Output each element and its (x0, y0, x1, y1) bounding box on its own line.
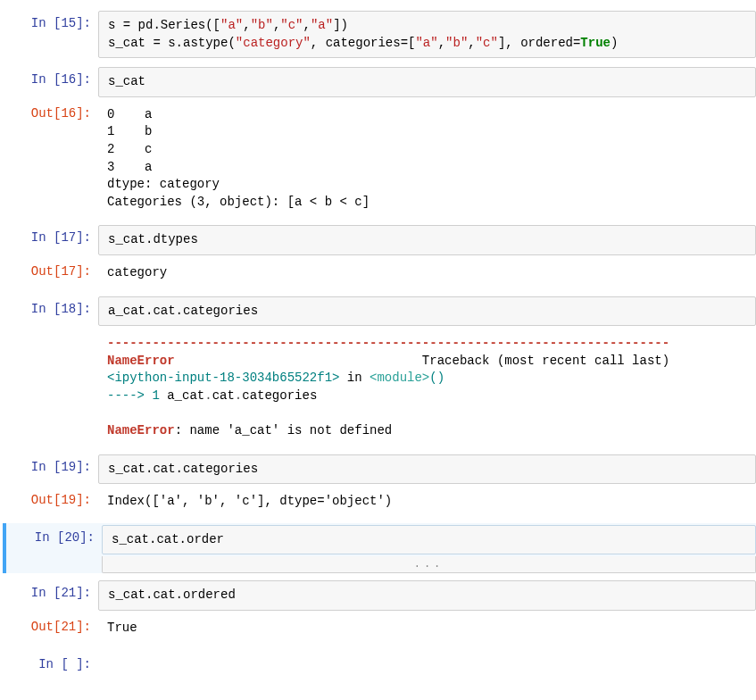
trace-label: Traceback (most recent call last) (175, 354, 670, 368)
in-text: in (339, 371, 370, 385)
dot: . (204, 388, 212, 403)
notebook: In [15]: s = pd.Series(["a","b","c","a"]… (0, 0, 756, 688)
cell-in-18: In [18]: a_cat.cat.categories (4, 295, 756, 329)
prompt-in-20: In [20]: (7, 525, 102, 550)
code-input-15[interactable]: s = pd.Series(["a","b","c","a"]) s_cat =… (98, 11, 756, 58)
output-19: Index(['a', 'b', 'c'], dtype='object') (98, 488, 756, 516)
prompt-in-17: In [17]: (4, 225, 98, 250)
paren: ) (611, 36, 618, 50)
str: "a" (311, 18, 333, 32)
comma: , (243, 18, 250, 32)
error-msg: : name 'a_cat' is not defined (175, 423, 393, 438)
code: cat (212, 388, 235, 403)
prompt-in-15: In [15]: (4, 11, 98, 36)
code-text: s_cat = s.astype( (108, 36, 236, 50)
str: "a" (220, 18, 243, 32)
prompt-out-16: Out[16]: (4, 101, 98, 126)
output-17: category (98, 259, 756, 288)
str: "c" (280, 18, 303, 32)
code-input-17[interactable]: s_cat.dtypes (98, 225, 756, 255)
paren: () (429, 371, 444, 385)
traceback-18: ----------------------------------------… (98, 329, 756, 446)
dashes: ----------------------------------------… (107, 336, 669, 350)
code: categories (242, 388, 317, 403)
code-input-21[interactable]: s_cat.cat.ordered (98, 580, 756, 611)
comma: , (303, 18, 311, 32)
code-input-20[interactable]: s_cat.cat.order (102, 525, 756, 555)
cell-out-17: Out[17]: category (4, 257, 756, 289)
code-input-16[interactable]: s_cat (98, 67, 756, 97)
code-input-19[interactable]: s_cat.cat.categories (98, 454, 756, 485)
comma: , (468, 36, 475, 50)
str: "a" (415, 36, 437, 50)
module-ref: <module> (370, 371, 429, 385)
cell-in-16: In [16]: s_cat (4, 65, 756, 99)
output-collapsed-20[interactable]: ... (102, 556, 756, 573)
prompt-in-18: In [18]: (4, 296, 98, 321)
prompt-empty (4, 329, 98, 340)
prompt-in-21: In [21]: (4, 580, 98, 605)
cell-in-15: In [15]: s = pd.Series(["a","b","c","a"]… (4, 9, 756, 60)
selected-cell-wrapper: In [20]: s_cat.cat.order ... (3, 523, 756, 574)
cell-in-17: In [17]: s_cat.dtypes (4, 223, 756, 257)
str: "b" (251, 18, 273, 32)
comma: , (438, 36, 445, 50)
code-input-18[interactable]: a_cat.cat.categories (98, 296, 756, 327)
prompt-out-19: Out[19]: (4, 488, 98, 512)
prompt-out-17: Out[17]: (4, 259, 98, 284)
code: a_cat (167, 388, 204, 403)
str: "b" (445, 36, 468, 50)
prompt-out-21: Out[21]: (4, 614, 98, 639)
output-21: True (98, 614, 756, 643)
paren: ]) (333, 18, 348, 32)
cell-in-next: In [ ]: (4, 650, 756, 679)
cell-out-16: Out[16]: 0 a 1 b 2 c 3 a dtype: category… (4, 99, 756, 219)
error-name: NameError (107, 423, 175, 438)
str: "c" (476, 36, 498, 50)
output-16: 0 a 1 b 2 c 3 a dtype: category Categori… (98, 101, 756, 217)
cell-in-20: In [20]: s_cat.cat.order (7, 523, 756, 557)
cell-in-21: In [21]: s_cat.cat.ordered (4, 579, 756, 612)
code-text: , categories=[ (311, 36, 416, 50)
cell-in-19: In [19]: s_cat.cat.categories (4, 453, 756, 487)
code-text: s = pd.Series([ (108, 18, 220, 32)
ipython-ref: <ipython-input-18-3034b65522f1> (107, 371, 339, 385)
code-text: ], ordered= (498, 36, 580, 50)
prompt-in-16: In [16]: (4, 67, 98, 92)
prompt-in-next: In [ ]: (4, 652, 98, 677)
cell-err-18: ----------------------------------------… (4, 328, 756, 447)
kw-true: True (580, 36, 611, 50)
prompt-in-19: In [19]: (4, 454, 98, 479)
arrow: ----> 1 (107, 388, 167, 403)
cell-out-21: Out[21]: True (4, 612, 756, 645)
str: "category" (236, 36, 311, 50)
error-name: NameError (107, 354, 175, 368)
dot: . (235, 388, 242, 403)
cell-out-19: Out[19]: Index(['a', 'b', 'c'], dtype='o… (4, 486, 756, 518)
